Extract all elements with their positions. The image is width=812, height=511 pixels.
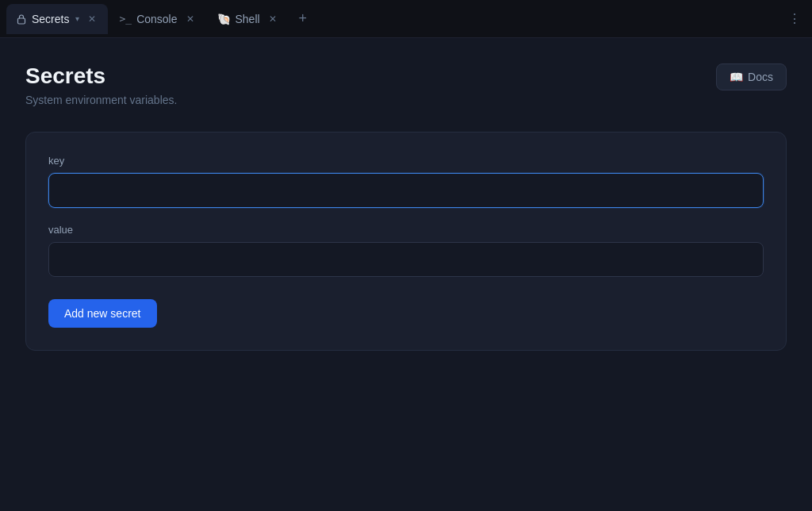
key-input[interactable] (48, 173, 764, 208)
book-icon: 📖 (730, 71, 743, 83)
more-icon: ⋮ (788, 11, 801, 26)
shell-icon: 🐚 (217, 13, 231, 25)
page-title-section: Secrets System environment variables. (25, 63, 177, 106)
svg-rect-0 (18, 18, 25, 24)
docs-button[interactable]: 📖 Docs (716, 63, 787, 90)
value-label: value (48, 224, 764, 236)
tab-shell[interactable]: 🐚 Shell ✕ (208, 4, 289, 34)
tab-console-label: Console (136, 13, 177, 25)
add-tab-icon: + (298, 10, 307, 27)
add-new-secret-button[interactable]: Add new secret (48, 299, 157, 328)
tab-shell-label: Shell (236, 13, 260, 25)
chevron-down-icon: ▾ (75, 14, 79, 23)
tab-console[interactable]: >_ Console ✕ (109, 4, 205, 34)
page-header: Secrets System environment variables. 📖 … (25, 63, 787, 106)
value-form-group: value (48, 224, 764, 277)
form-card: key value Add new secret (25, 132, 787, 351)
main-content: Secrets System environment variables. 📖 … (0, 38, 812, 511)
page-title: Secrets (25, 63, 177, 89)
docs-button-label: Docs (748, 71, 773, 83)
tab-console-close[interactable]: ✕ (184, 13, 197, 25)
lock-icon (16, 13, 27, 25)
add-new-secret-label: Add new secret (64, 307, 141, 320)
tab-bar: Secrets ▾ ✕ >_ Console ✕ 🐚 Shell ✕ + ⋮ (0, 0, 812, 38)
console-icon: >_ (119, 13, 132, 25)
tab-secrets-label: Secrets (32, 13, 69, 25)
value-input[interactable] (48, 242, 764, 277)
page-subtitle: System environment variables. (25, 94, 177, 106)
tab-shell-close[interactable]: ✕ (266, 13, 279, 25)
tab-secrets[interactable]: Secrets ▾ ✕ (6, 4, 108, 34)
tab-more-button[interactable]: ⋮ (783, 8, 806, 30)
add-tab-button[interactable]: + (292, 8, 314, 30)
tab-secrets-close[interactable]: ✕ (86, 13, 98, 25)
key-form-group: key (48, 155, 764, 208)
key-label: key (48, 155, 764, 167)
